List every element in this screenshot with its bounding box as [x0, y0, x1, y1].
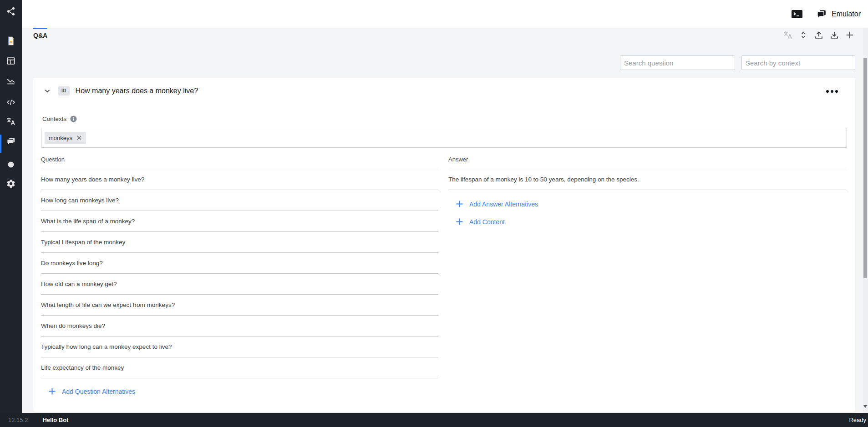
download-icon[interactable] [829, 30, 839, 40]
qna-title[interactable]: How many years does a monkey live? [76, 87, 198, 95]
contexts-input[interactable]: monkeys [41, 128, 847, 148]
upload-icon[interactable] [814, 30, 824, 40]
contexts-label-row: Contexts [42, 115, 77, 123]
chevron-down-icon[interactable] [42, 86, 52, 96]
line-chart-icon[interactable] [6, 76, 16, 86]
question-text: What is the life span of a monkey? [41, 218, 135, 225]
terminal-icon[interactable] [791, 9, 803, 20]
code-icon[interactable] [6, 97, 16, 107]
search-context-input[interactable] [741, 55, 855, 70]
active-nav-indicator [0, 135, 1, 153]
emulator-chat-icon [816, 9, 827, 20]
answer-column: Answer The lifespan of a monkey is 10 to… [448, 156, 846, 226]
question-row[interactable]: How old can a monkey get? [41, 274, 438, 295]
add-icon[interactable] [845, 30, 855, 40]
status-ready-label: Ready [849, 417, 866, 423]
add-question-alternatives-button[interactable]: Add Question Alternatives [48, 387, 135, 395]
translate-icon[interactable] [6, 116, 16, 126]
settings-gear-icon[interactable] [6, 179, 16, 189]
question-text: How long can monkeys live? [41, 197, 119, 204]
question-row[interactable]: Do monkeys live long? [41, 253, 438, 274]
tab-qa[interactable]: Q&A [33, 28, 47, 39]
answer-text: The lifespan of a monkey is 10 to 50 yea… [448, 176, 639, 183]
answer-column-header: Answer [448, 156, 846, 169]
question-text: Typical Lifespan of the monkey [41, 239, 125, 246]
question-text: Typically how long can a monkey expect t… [41, 343, 172, 350]
top-bar: Emulator [22, 0, 868, 28]
emulator-button[interactable]: Emulator [816, 9, 861, 20]
question-row[interactable]: What length of life can we expect from m… [41, 295, 438, 316]
plus-icon [456, 218, 463, 226]
add-question-alternatives-label: Add Question Alternatives [62, 388, 135, 395]
question-text: Life expectancy of the monkey [41, 364, 124, 371]
add-answer-alternatives-label: Add Answer Alternatives [469, 201, 538, 208]
question-list: How many years does a monkey live? How l… [41, 169, 438, 378]
scrollbar-thumb[interactable] [863, 58, 867, 278]
question-row[interactable]: How long can monkeys live? [41, 190, 438, 211]
question-row[interactable]: When do monkeys die? [41, 316, 438, 337]
question-row[interactable]: Typical Lifespan of the monkey [41, 232, 438, 253]
more-options-button[interactable] [826, 90, 838, 93]
question-text: When do monkeys die? [41, 322, 105, 329]
add-answer-alternatives-button[interactable]: Add Answer Alternatives [456, 200, 538, 208]
add-content-button[interactable]: Add Content [456, 218, 505, 226]
question-text: Do monkeys live long? [41, 260, 103, 266]
question-row[interactable]: Life expectancy of the monkey [41, 357, 438, 378]
bot-name-label: Hello Bot [42, 417, 68, 423]
version-label: 12.15.2 [8, 417, 28, 423]
question-row[interactable]: What is the life span of a monkey? [41, 211, 438, 232]
chat-icon[interactable] [6, 136, 16, 146]
unfold-more-icon[interactable] [798, 30, 808, 40]
qna-card-header: ID How many years does a monkey live? [42, 86, 198, 96]
emulator-label: Emulator [832, 10, 861, 18]
question-row[interactable]: How many years does a monkey live? [41, 169, 438, 190]
question-text: What length of life can we expect from m… [41, 301, 175, 308]
dashboard-icon[interactable] [6, 56, 16, 66]
question-column: Question How many years does a monkey li… [41, 156, 438, 397]
id-badge[interactable]: ID [58, 86, 70, 95]
answer-row[interactable]: The lifespan of a monkey is 10 to 50 yea… [448, 169, 846, 190]
vertical-scrollbar[interactable] [863, 28, 868, 413]
plus-icon [456, 200, 463, 208]
info-icon[interactable] [70, 115, 77, 123]
plus-icon [48, 387, 56, 395]
circle-icon[interactable] [6, 160, 16, 170]
search-question-input[interactable] [620, 55, 735, 70]
qna-toolbar [783, 30, 855, 40]
form-document-icon[interactable] [6, 36, 16, 46]
question-text: How old can a monkey get? [41, 281, 117, 287]
context-tag: monkeys [45, 132, 86, 144]
share-icon[interactable] [6, 6, 16, 16]
left-sidebar [0, 0, 22, 427]
contexts-label: Contexts [42, 116, 66, 122]
question-row[interactable]: Typically how long can a monkey expect t… [41, 337, 438, 357]
question-column-header: Question [41, 156, 438, 169]
add-content-label: Add Content [469, 218, 505, 226]
status-bar: 12.15.2 Hello Bot Ready [0, 413, 868, 427]
context-tag-label: monkeys [49, 135, 72, 141]
scrollbar-down-arrow[interactable] [863, 405, 867, 408]
qna-card: ID How many years does a monkey live? Co… [33, 78, 855, 412]
translate-icon [783, 30, 793, 40]
remove-tag-icon[interactable] [76, 135, 82, 141]
question-text: How many years does a monkey live? [41, 176, 144, 183]
